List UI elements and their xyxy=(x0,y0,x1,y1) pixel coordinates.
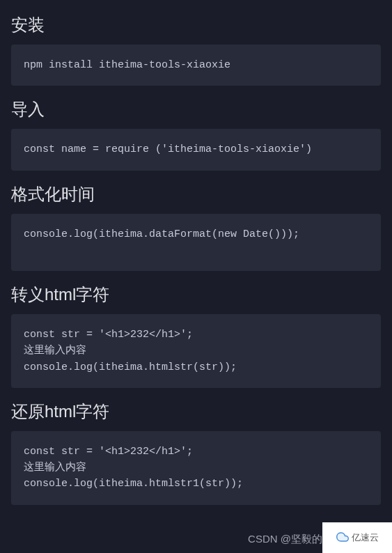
code-escape-html: const str = '<h1>232</h1>'; 这里输入内容 conso… xyxy=(11,314,381,388)
code-import: const name = require ('itheima-tools-xia… xyxy=(11,129,381,170)
cloud-icon xyxy=(336,531,349,545)
heading-import: 导入 xyxy=(11,98,381,120)
heading-escape-html: 转义html字符 xyxy=(11,283,381,306)
section-import: 导入 const name = require ('itheima-tools-… xyxy=(11,98,381,170)
brand-badge: 亿速云 xyxy=(322,522,392,553)
brand-label: 亿速云 xyxy=(352,531,379,544)
section-format-time: 格式化时间 console.log(itheima.dataFormat(new… xyxy=(11,183,381,272)
heading-install: 安装 xyxy=(11,14,381,36)
watermark-text: CSDN @坚毅的 xyxy=(248,533,322,546)
heading-format-time: 格式化时间 xyxy=(11,183,381,205)
section-escape-html: 转义html字符 const str = '<h1>232</h1>'; 这里输… xyxy=(11,283,381,388)
code-format-time: console.log(itheima.dataFormat(new Date(… xyxy=(11,214,381,272)
section-install: 安装 npm install itheima-tools-xiaoxie xyxy=(11,14,381,86)
code-unescape-html: const str = '<h1>232</h1>'; 这里输入内容 conso… xyxy=(11,431,381,505)
section-unescape-html: 还原html字符 const str = '<h1>232</h1>'; 这里输… xyxy=(11,400,381,505)
heading-unescape-html: 还原html字符 xyxy=(11,400,381,423)
code-install: npm install itheima-tools-xiaoxie xyxy=(11,45,381,86)
